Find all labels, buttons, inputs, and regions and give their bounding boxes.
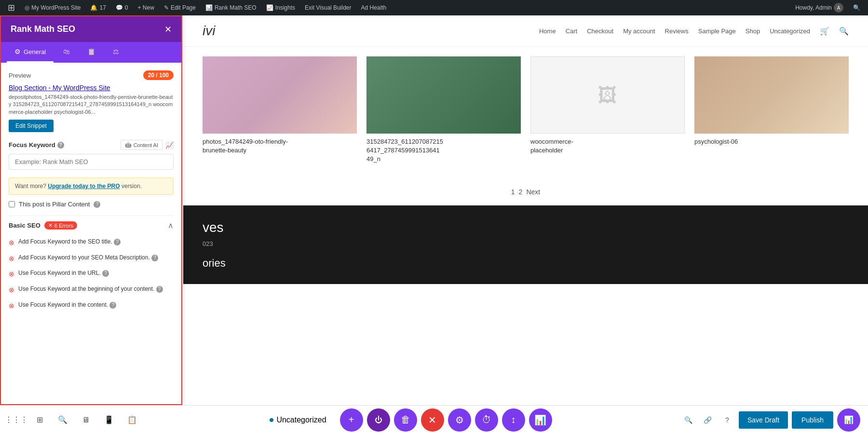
nav-shop[interactable]: Shop (746, 27, 760, 35)
blog-card-image (203, 56, 357, 134)
publish-button[interactable]: Publish (792, 411, 833, 429)
check-text-4: Use Focus Keyword at the beginning of yo… (18, 285, 174, 293)
dark-categories: ories (203, 257, 849, 270)
nav-checkout[interactable]: Checkout (587, 27, 613, 35)
rank-math-item[interactable]: 📊 Rank Math SEO (202, 4, 260, 11)
check-help-5[interactable]: ? (109, 302, 116, 309)
error-icon-5: ⊗ (9, 301, 14, 311)
grid-icon-button[interactable]: ⊞ (31, 411, 48, 429)
admin-bar: ⊞ ◎ My WordPress Site 🔔 17 💬 0 + New ✎ E… (0, 0, 868, 15)
rank-math-fab-button[interactable]: 📊 (837, 408, 860, 432)
dark-categories-title: ories (203, 257, 849, 270)
blog-image-2 (366, 56, 521, 134)
nav-home[interactable]: Home (539, 27, 556, 35)
error-x-icon: ✕ (48, 222, 53, 229)
nav-reviews[interactable]: Reviews (665, 27, 689, 35)
power-fab-button[interactable]: ⏻ (367, 408, 390, 432)
uncategorized-dot (270, 418, 273, 422)
tab-general[interactable]: ⚙ General (7, 42, 54, 63)
blog-card-image (366, 56, 521, 134)
mobile-icon-button[interactable]: 📋 (123, 411, 141, 429)
error-badge: ✕ 6 Errors (44, 221, 77, 230)
check-help-3[interactable]: ? (102, 270, 109, 277)
check-help-1[interactable]: ? (114, 239, 121, 245)
seo-check-item: ⊗ Add Focus Keyword to your SEO Meta Des… (9, 251, 174, 267)
search-right-icon[interactable]: 🔍 (681, 412, 696, 428)
pillar-content-row: This post is Pillar Content ? (9, 201, 174, 208)
save-draft-button[interactable]: Save Draft (739, 411, 788, 429)
toolbar-center: Uncategorized + ⏻ 🗑 ✕ ⚙ ⏱ ↕ 📊 (141, 408, 681, 432)
site-name[interactable]: ◎ My WordPress Site (21, 4, 84, 11)
blog-image-3 (694, 56, 849, 134)
timer-fab-button[interactable]: ⏱ (475, 408, 498, 432)
help-right-icon[interactable]: ? (719, 412, 735, 428)
basic-seo-section: Basic SEO ✕ 6 Errors ∧ ⊗ Add Focus Keywo… (9, 216, 174, 313)
blog-card[interactable]: 315284723_6112070872156417_2787459991513… (366, 56, 521, 164)
menu-icon-button[interactable]: ⋮⋮⋮ (8, 411, 25, 429)
blog-card-title: 315284723_6112070872156417_2787459991513… (366, 137, 521, 164)
desktop-icon-button[interactable]: 🖥 (77, 411, 95, 429)
preview-url: depositphotos_14784249-stock-photo-frien… (9, 94, 174, 116)
nav-uncategorized[interactable]: Uncategorized (770, 27, 810, 35)
tab-advanced[interactable]: ⚖ (105, 42, 127, 63)
blog-card[interactable]: photos_14784249-oto-friendly-brunette-be… (203, 56, 357, 164)
comments-item[interactable]: 💬 0 (112, 4, 132, 11)
search-toolbar-button[interactable]: 🔍 (54, 411, 71, 429)
close-fab-button[interactable]: ✕ (421, 408, 444, 432)
basic-seo-header[interactable]: Basic SEO ✕ 6 Errors ∧ (9, 216, 174, 235)
upgrade-link[interactable]: Upgrade today to the PRO (48, 183, 120, 190)
ad-health-item[interactable]: Ad Health (357, 4, 390, 11)
focus-keyword-input[interactable] (9, 154, 174, 170)
link-right-icon[interactable]: 🔗 (700, 412, 716, 428)
blog-card[interactable]: psychologist-06 (694, 56, 849, 164)
site-icon: ◎ (25, 4, 29, 11)
site-header: ivi Home Cart Checkout My account Review… (183, 15, 868, 47)
settings-fab-button[interactable]: ⚙ (448, 408, 471, 432)
check-text-3: Use Focus Keyword in the URL. ? (18, 269, 174, 277)
cart-icon[interactable]: 🛒 (820, 27, 829, 36)
preview-title[interactable]: Blog Section - My WordPress Site (9, 84, 174, 92)
focus-keyword-help-icon[interactable]: ? (57, 142, 64, 149)
score-badge: 20 / 100 (143, 70, 174, 80)
exit-builder-item[interactable]: Exit Visual Builder (301, 4, 355, 11)
search-admin-icon[interactable]: 🔍 (849, 4, 864, 11)
rank-math-icon: 📊 (205, 4, 213, 11)
check-help-2[interactable]: ? (151, 255, 158, 261)
pillar-content-checkbox[interactable] (9, 201, 15, 207)
insights-icon: 📈 (266, 4, 273, 11)
tab-general-label: General (24, 48, 46, 55)
panel-close-button[interactable]: ✕ (164, 25, 172, 34)
wp-logo-icon[interactable]: ⊞ (4, 2, 19, 13)
updates-item[interactable]: 🔔 17 (86, 4, 109, 11)
blog-card[interactable]: 🖼 woocommerce-placeholder (530, 56, 685, 164)
edit-page-item[interactable]: ✎ Edit Page (160, 4, 200, 11)
chart-fab-button[interactable]: 📊 (529, 408, 552, 432)
sort-fab-button[interactable]: ↕ (502, 408, 525, 432)
delete-fab-button[interactable]: 🗑 (394, 408, 417, 432)
tablet-icon-button[interactable]: 📱 (100, 411, 118, 429)
new-item[interactable]: + New (134, 4, 158, 11)
check-help-4[interactable]: ? (156, 286, 163, 293)
nav-sample-page[interactable]: Sample Page (698, 27, 736, 35)
error-icon-3: ⊗ (9, 270, 14, 279)
pagination: 1 2 Next (203, 178, 849, 205)
nav-my-account[interactable]: My account (623, 27, 655, 35)
trend-icon[interactable]: 📈 (165, 141, 174, 149)
pillar-help-icon[interactable]: ? (94, 201, 100, 208)
check-text-5: Use Focus Keyword in the content. ? (18, 301, 174, 309)
search-nav-icon[interactable]: 🔍 (839, 27, 849, 36)
content-ai-button[interactable]: 🤖 Content AI (121, 140, 163, 150)
howdy-item[interactable]: Howdy, Admin A (791, 3, 847, 13)
edit-snippet-button[interactable]: Edit Snippet (9, 120, 54, 132)
pagination-next[interactable]: Next (526, 188, 540, 196)
nav-cart[interactable]: Cart (566, 27, 578, 35)
collapse-icon[interactable]: ∧ (168, 221, 174, 230)
insights-item[interactable]: 📈 Insights (262, 4, 299, 11)
add-fab-button[interactable]: + (340, 408, 363, 432)
tab-schema[interactable]: 📋 (80, 42, 103, 63)
page-2[interactable]: 2 (519, 188, 523, 196)
page-1[interactable]: 1 (511, 188, 515, 196)
tab-social[interactable]: 🛍 (55, 42, 78, 63)
rank-math-fab-icon: 📊 (844, 415, 854, 424)
general-icon: ⚙ (14, 48, 21, 55)
